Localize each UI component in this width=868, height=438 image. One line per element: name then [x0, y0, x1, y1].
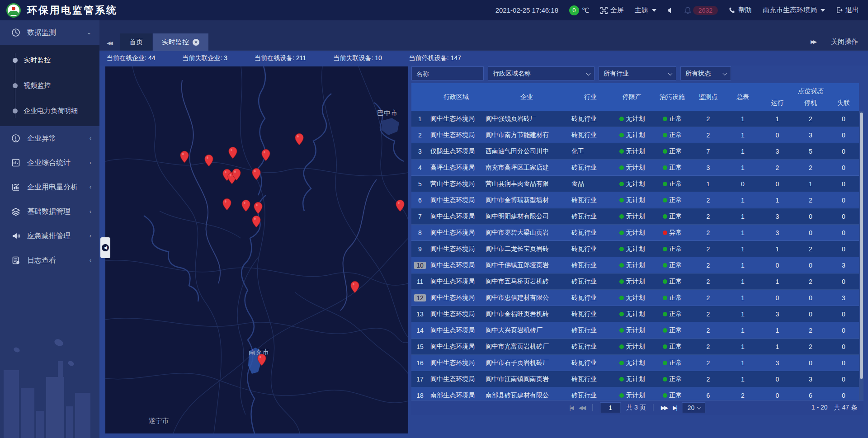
industry-select[interactable]: 所有行业: [599, 66, 676, 80]
table-row[interactable]: 14 阆中生态环境局 阆中大兴页岩机砖厂 砖瓦行业 无计划 正常 2 1 1 2…: [411, 322, 859, 339]
cell-stop-status: 无计划: [611, 225, 653, 240]
cell-total-meter: 1: [725, 225, 761, 240]
status-dot-green: [619, 312, 624, 316]
table-row[interactable]: 7 阆中生态环境局 阆中明阳建材有限公司 砖瓦行业 无计划 正常 2 1 3 0…: [411, 208, 859, 225]
map-marker-pin-icon[interactable]: [396, 199, 405, 212]
tab-label: 首页: [129, 38, 143, 47]
cell-region: 阆中生态环境局: [429, 192, 484, 208]
theme-dropdown[interactable]: 主题: [635, 6, 656, 14]
table-row[interactable]: 16 阆中生态环境局 阆中市石子页岩机砖厂 砖瓦行业 无计划 正常 2 1 3 …: [411, 355, 859, 371]
sidebar-subitem-label: 企业电力负荷明细: [24, 107, 78, 115]
table-row[interactable]: 18 南部生态环境局 南部县砖瓦建材有限公 砖瓦行业 无计划 正常 6 2 0 …: [411, 387, 859, 400]
cell-facility-status: 正常: [653, 371, 692, 387]
table-row[interactable]: 5 营山生态环境局 营山县润丰肉食品有限 食品 无计划 正常 1 0 0 1 0: [411, 176, 859, 192]
cell-industry: 砖瓦行业: [570, 192, 611, 208]
cell-monitor-count: 2: [692, 192, 725, 208]
cell-run-count: 3: [761, 143, 794, 159]
gauge-icon: [11, 28, 21, 38]
table-row[interactable]: 11 阆中生态环境局 阆中市五马桥页岩机砖 砖瓦行业 无计划 正常 2 1 1 …: [411, 273, 859, 290]
cell-company: 阆中市五马桥页岩机砖: [484, 273, 570, 289]
sidebar-collapse-handle[interactable]: ◀: [100, 237, 110, 258]
table-row[interactable]: 3 仪陇生态环境局 西南油气田分公司川中 化工 无计划 正常 7 1 3 5 0: [411, 143, 859, 160]
cell-company: 阆中市石子页岩机砖厂: [484, 355, 570, 371]
cell-run-count: 0: [761, 387, 794, 400]
map-marker-pin-icon[interactable]: [257, 353, 266, 366]
sidebar-item-6[interactable]: 日志查看‹: [0, 248, 99, 273]
status-dot-green: [619, 133, 624, 137]
table-row[interactable]: 1 阆中生态环境局 阆中强锐页岩砖厂 砖瓦行业 无计划 正常 2 1 1 2 0: [411, 111, 859, 127]
map-marker-pin-icon[interactable]: [252, 168, 261, 180]
next-page-icon[interactable]: ▶▶: [661, 405, 667, 411]
table-row[interactable]: 4 高坪生态环境局 南充市高坪区王家店建 砖瓦行业 无计划 正常 3 1 2 2…: [411, 160, 859, 176]
tabs-scroll-left-icon[interactable]: ◀◀: [107, 40, 112, 46]
sidebar-item-3[interactable]: 企业用电量分析‹: [0, 175, 99, 199]
page-number-input[interactable]: [600, 402, 621, 413]
map-marker-pin-icon[interactable]: [232, 168, 241, 181]
cell-stop-status: 无计划: [611, 355, 653, 371]
table-row[interactable]: 12 阆中生态环境局 阆中市忠信建材有限公 砖瓦行业 无计划 正常 2 1 0 …: [411, 290, 859, 306]
cell-region: 阆中生态环境局: [429, 127, 484, 143]
cell-total-meter: 1: [725, 143, 761, 159]
status-select[interactable]: 所有状态: [680, 66, 731, 80]
map-marker-pin-icon[interactable]: [350, 281, 359, 293]
cell-halt-count: 0: [794, 290, 827, 306]
map-marker-pin-icon[interactable]: [180, 151, 189, 163]
fullscreen-button[interactable]: 全屏: [600, 6, 624, 14]
table-row[interactable]: 6 阆中生态环境局 阆中市金博瑞新型墙材 砖瓦行业 无计划 正常 2 1 1 2…: [411, 192, 859, 208]
sidebar-subitem-0-2[interactable]: 企业电力负荷明细: [0, 98, 99, 123]
map-marker-pin-icon[interactable]: [261, 149, 270, 161]
org-dropdown[interactable]: 南充市生态环境局: [763, 6, 825, 14]
cell-run-count: 3: [761, 208, 794, 224]
tabs-scroll-right-icon[interactable]: ▶▶: [811, 39, 816, 45]
col-index-header: [411, 83, 429, 111]
table-scrollbar[interactable]: [859, 111, 863, 400]
row-number: 7: [411, 208, 429, 224]
sidebar-item-5[interactable]: 应急减排管理‹: [0, 224, 99, 248]
sidebar-item-0[interactable]: 数据监测⌄: [0, 20, 99, 45]
cell-facility-status: 正常: [653, 322, 692, 338]
map-marker-pin-icon[interactable]: [252, 215, 261, 228]
table-row[interactable]: 13 阆中生态环境局 阆中市金福旺页岩机砖 砖瓦行业 无计划 正常 2 1 3 …: [411, 306, 859, 322]
table-row[interactable]: 15 阆中生态环境局 阆中市光富页岩机砖厂 砖瓦行业 无计划 正常 2 1 1 …: [411, 339, 859, 355]
map-marker-pin-icon[interactable]: [222, 198, 231, 211]
name-search-input[interactable]: [411, 66, 484, 80]
tab-1[interactable]: 实时监控✕: [153, 33, 208, 51]
logout-button[interactable]: 退出: [836, 6, 859, 14]
col-monitor-header: 监测点: [692, 83, 725, 111]
last-page-icon[interactable]: ▶|: [673, 405, 676, 411]
sidebar-subitem-0-0[interactable]: 实时监控: [0, 47, 99, 73]
tab-close-icon[interactable]: ✕: [193, 39, 199, 46]
table-row[interactable]: 8 阆中生态环境局 阆中市枣碧大梁山页岩 砖瓦行业 无计划 异常 2 1 3 0…: [411, 225, 859, 241]
help-button[interactable]: 帮助: [729, 6, 752, 14]
region-select[interactable]: 行政区域名称: [488, 66, 594, 80]
sidebar-item-1[interactable]: 企业异常‹: [0, 126, 99, 151]
mute-speaker-icon[interactable]: [667, 7, 674, 14]
table-row[interactable]: 17 阆中生态环境局 阆中市江南镇阆南页岩 砖瓦行业 无计划 正常 2 1 0 …: [411, 371, 859, 387]
map-marker-pin-icon[interactable]: [204, 154, 213, 167]
notifications-button[interactable]: 2632: [684, 6, 718, 15]
stat-label: 当前在线设备:: [255, 54, 294, 61]
map-marker-pin-icon[interactable]: [295, 133, 304, 146]
table-row[interactable]: 9 阆中生态环境局 阆中市二龙长宝页岩砖 砖瓦行业 无计划 正常 2 1 1 2…: [411, 241, 859, 257]
tab-0[interactable]: 首页: [120, 33, 152, 51]
close-operations-button[interactable]: 关闭操作: [831, 38, 858, 46]
table-row[interactable]: 2 阆中生态环境局 阆中市南方节能建材有 砖瓦行业 无计划 正常 2 1 0 3…: [411, 127, 859, 143]
region-map[interactable]: 巴中市南充市遂宁市: [105, 66, 408, 433]
table-row[interactable]: 10 阆中生态环境局 阆中千佛镇五郎垭页岩 砖瓦行业 无计划 正常 2 1 0 …: [411, 257, 859, 273]
page-size-select[interactable]: 20: [682, 402, 706, 413]
map-marker-pin-icon[interactable]: [228, 146, 237, 159]
app-window: 环保用电监管系统 2021-02-25 17:46:18 0 ℃ 全屏 主题: [0, 0, 868, 438]
cell-total-meter: 1: [725, 111, 761, 127]
cell-lost-count: 0: [827, 306, 859, 322]
sidebar-item-4[interactable]: 基础数据管理‹: [0, 199, 99, 224]
first-page-icon[interactable]: |◀: [569, 405, 573, 411]
facility-status-dot: [663, 231, 667, 235]
sidebar-item-2[interactable]: 企业综合统计‹: [0, 151, 99, 175]
map-marker-pin-icon[interactable]: [241, 199, 250, 212]
map-marker-pin-icon[interactable]: [254, 202, 263, 214]
stat-label: 当前失联企业:: [182, 54, 222, 61]
log-icon: [11, 255, 21, 265]
cell-stop-status: 无计划: [611, 290, 653, 306]
sidebar-subitem-0-1[interactable]: 视频监控: [0, 73, 99, 98]
prev-page-icon[interactable]: ◀◀: [579, 405, 585, 411]
